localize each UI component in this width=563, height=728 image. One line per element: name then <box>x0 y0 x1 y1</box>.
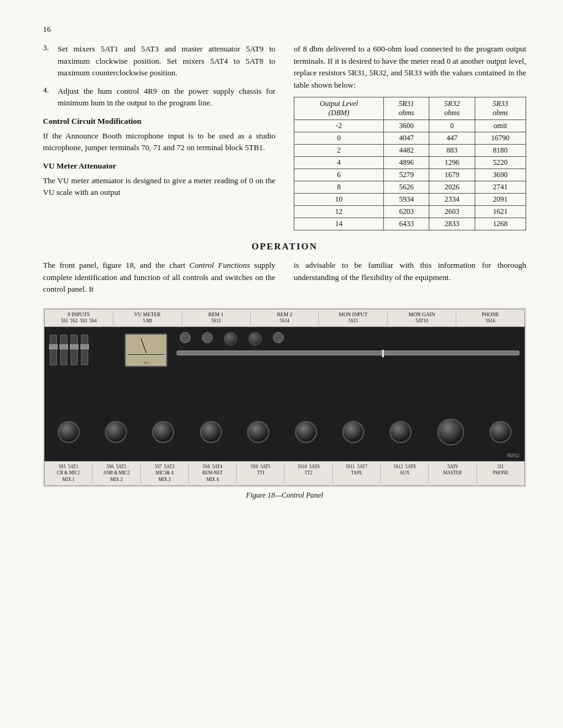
control-circuit-heading: Control Circuit Modification <box>43 116 275 126</box>
table-row: 0404744716790 <box>294 132 526 145</box>
vu-attenuator-text: The VU meter attenuator is designed to g… <box>43 175 275 199</box>
table-cell: 8 <box>294 181 384 194</box>
table-cell: -2 <box>294 120 384 132</box>
switch-rem1 <box>180 332 191 343</box>
bottom-label-master: 5AT9MASTER <box>429 463 477 484</box>
table-cell: 1268 <box>475 218 526 230</box>
fader-4 <box>81 335 88 365</box>
figure-number: 86932 <box>507 453 519 458</box>
panel-label-vu-meter: VU METER 5 MI <box>113 311 182 325</box>
bottom-label-phone: 5J1PHONE <box>477 463 524 484</box>
fader-handle-2 <box>59 344 68 349</box>
table-cell: 14 <box>294 218 384 230</box>
table-row: 14643328331268 <box>294 218 526 230</box>
bottom-label-mix4: 5S8 5AT4REM-NETMIX 4 <box>189 463 237 484</box>
knob-mon-input <box>224 332 237 346</box>
knob-mix3 <box>152 421 174 443</box>
right-column: of 8 dbm delivered to a 600-ohm load con… <box>294 43 526 230</box>
control-panel-figure: 9 INPUTS 5S1 5S2 5S3 5S4 VU METER 5 MI R… <box>43 308 526 488</box>
list-item-3: 3. Set mixers 5AT1 and 5AT3 and master a… <box>43 43 275 79</box>
knob-phone-vol <box>489 421 511 443</box>
operation-left-text: The front panel, figure 18, and the char… <box>43 259 275 300</box>
table-cell: 6433 <box>384 218 429 230</box>
table-cell: 2603 <box>429 206 475 218</box>
table-row: 4489612965220 <box>294 157 526 169</box>
slider-handle <box>382 350 384 357</box>
fader-handle-1 <box>49 344 58 349</box>
panel-label-mon-gain: MON GAIN 5AT10 <box>388 311 456 325</box>
switch-phone <box>273 332 284 343</box>
knob-tt2 <box>295 421 317 443</box>
table-cell: 5626 <box>384 181 429 194</box>
table-cell: 4047 <box>384 132 429 145</box>
table-cell: 5220 <box>475 157 526 169</box>
table-cell: 447 <box>429 132 475 145</box>
fader-1 <box>50 335 57 365</box>
table-header-4: 5R33ohms <box>475 97 526 120</box>
table-cell: 2 <box>294 145 384 157</box>
page: 16 3. Set mixers 5AT1 and 5AT3 and maste… <box>0 0 563 728</box>
table-cell: 4482 <box>384 145 429 157</box>
knob-aux <box>389 421 412 443</box>
vu-meter: VU <box>124 333 167 367</box>
bottom-label-mix2: 5S6 5AT2ANB & MIC2MIX 2 <box>93 463 140 484</box>
knob-tape <box>342 421 364 443</box>
table-cell: 2741 <box>475 181 526 194</box>
list-content-4: Adjust the hum control 4R9 on the power … <box>58 85 275 109</box>
fader-3 <box>71 335 78 365</box>
panel-label-rem2: REM 2 5S14 <box>251 311 320 325</box>
bottom-label-aux: 5S12 5AT8AUX <box>381 463 429 484</box>
panel-top-labels: 9 INPUTS 5S1 5S2 5S3 5S4 VU METER 5 MI R… <box>44 309 525 327</box>
bottom-label-tape: 5S11 5AT7TAPE <box>333 463 381 484</box>
list-content-3: Set mixers 5AT1 and 5AT3 and master atte… <box>58 43 275 79</box>
table-row: -236000omit <box>294 120 526 132</box>
fader-handle-3 <box>70 344 79 349</box>
panel-bottom-labels: 5S5 5AT1CR & MIC1MIX 1 5S6 5AT2ANB & MIC… <box>44 461 525 487</box>
table-cell: 2026 <box>429 181 475 194</box>
operation-right-text: is advisable to be familiar with this in… <box>294 259 526 300</box>
resistor-table: Output Level(DBM) 5R31ohms 5R32ohms 5R33… <box>294 97 526 230</box>
table-cell: 12 <box>294 206 384 218</box>
operation-heading: OPERATION <box>43 241 526 252</box>
knob-mix1 <box>58 421 80 443</box>
table-cell: 5279 <box>384 169 429 181</box>
fader-handle-4 <box>80 344 89 349</box>
table-cell: 0 <box>429 120 475 132</box>
panel-label-mon-input: MON INPUT 5S15 <box>319 311 388 325</box>
bottom-label-tt1: 5S9 5AT5TTI <box>237 463 285 484</box>
fader-2 <box>60 335 67 365</box>
list-item-4: 4. Adjust the hum control 4R9 on the pow… <box>43 85 275 109</box>
table-cell: 4896 <box>384 157 429 169</box>
table-header-3: 5R32ohms <box>429 97 475 120</box>
table-row: 12620326031621 <box>294 206 526 218</box>
table-row: 10593423342091 <box>294 194 526 206</box>
page-number: 16 <box>43 25 526 34</box>
table-header-1: Output Level(DBM) <box>294 97 384 120</box>
table-cell: 4 <box>294 157 384 169</box>
list-num-3: 3. <box>43 43 53 79</box>
left-column: 3. Set mixers 5AT1 and 5AT3 and master a… <box>43 43 275 230</box>
table-cell: 2091 <box>475 194 526 206</box>
switch-row <box>180 332 284 346</box>
right-intro-text: of 8 dbm delivered to a 600-ohm load con… <box>294 43 526 91</box>
table-cell: 0 <box>294 132 384 145</box>
table-cell: 16790 <box>475 132 526 145</box>
knob-mon-gain <box>248 332 262 346</box>
vu-label: VU <box>126 361 166 365</box>
table-row: 8562620262741 <box>294 181 526 194</box>
vu-attenuator-heading: VU Meter Attenuator <box>43 161 275 171</box>
table-cell: omit <box>475 120 526 132</box>
knob-mix4 <box>200 421 222 443</box>
slider-bar <box>177 351 519 355</box>
dark-panel-body: VU <box>44 327 525 461</box>
table-cell: 3600 <box>384 120 429 132</box>
bottom-label-tt2: 5S10 5AT6TT2 <box>285 463 332 484</box>
panel-label-phone: PHONE 5S16 <box>456 311 524 325</box>
panel-label-inputs: 9 INPUTS 5S1 5S2 5S3 5S4 <box>45 311 113 325</box>
table-cell: 3690 <box>475 169 526 181</box>
content-columns: 3. Set mixers 5AT1 and 5AT3 and master a… <box>43 43 526 230</box>
switch-rem2 <box>202 332 213 343</box>
table-row: 6527916793690 <box>294 169 526 181</box>
vu-needle <box>140 338 146 353</box>
table-cell: 5934 <box>384 194 429 206</box>
